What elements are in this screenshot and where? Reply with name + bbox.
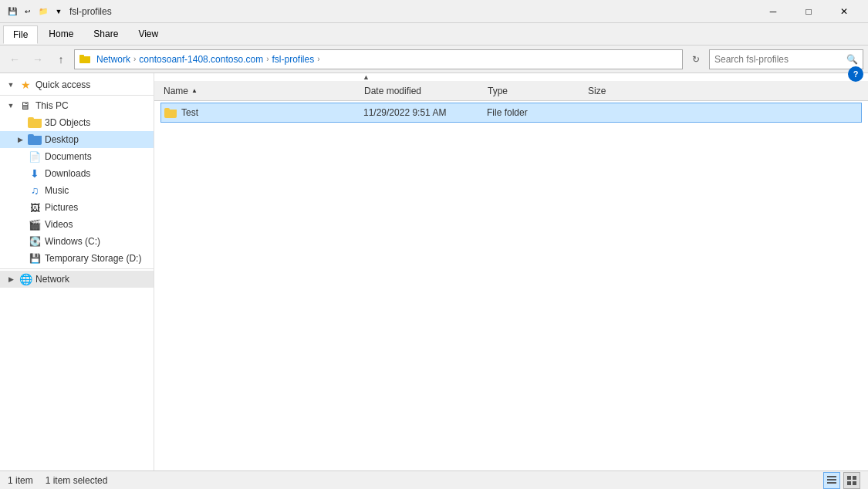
sidebar-item-documents[interactable]: 📄 Documents (0, 148, 154, 165)
file-date: 11/29/2022 9:51 AM (363, 107, 487, 118)
forward-button[interactable]: → (28, 49, 48, 69)
svg-rect-5 (847, 481, 851, 485)
network-icon: 🌐 (19, 272, 32, 286)
documents-label: Documents (45, 151, 92, 162)
videos-icon: 🎬 (28, 218, 42, 231)
this-pc-expand-icon: ▼ (6, 102, 15, 110)
name-sort-arrow: ▲ (191, 87, 198, 94)
breadcrumb-sep3: › (317, 55, 319, 63)
file-type: File folder (487, 107, 587, 118)
documents-icon: 📄 (28, 150, 42, 164)
sidebar-item-music[interactable]: ♫ Music (0, 182, 154, 199)
tab-home[interactable]: Home (39, 25, 83, 42)
file-folder-icon (163, 105, 178, 120)
folder-title-icon: 📁 (37, 5, 49, 18)
this-pc-icon: 🖥 (19, 99, 32, 113)
item-count: 1 item (8, 475, 33, 486)
breadcrumb-network[interactable]: Network (96, 54, 130, 65)
search-input[interactable] (714, 54, 843, 65)
quick-access-star-icon: ★ (19, 78, 32, 92)
downloads-icon: ⬇ (28, 167, 42, 180)
status-bar: 1 item 1 item selected (0, 470, 868, 489)
title-bar: 💾 ↩ 📁 ▼ fsl-profiles ─ □ ✕ (0, 0, 868, 23)
toolbar: ← → ↑ Network › contosoanf-1408.contoso.… (0, 46, 868, 73)
sidebar-item-network[interactable]: ▶ 🌐 Network (0, 271, 154, 288)
dropdown-arrow-icon[interactable]: ▼ (52, 5, 65, 18)
videos-label: Videos (45, 219, 73, 230)
search-box[interactable]: 🔍 (709, 49, 863, 69)
ribbon-tabs: File Home Share View (0, 23, 868, 45)
view-details-icon (827, 476, 836, 485)
view-large-icons-button[interactable] (843, 472, 860, 489)
ribbon: File Home Share View ? (0, 23, 868, 46)
sidebar-item-downloads[interactable]: ⬇ Downloads (0, 165, 154, 182)
sidebar: ▼ ★ Quick access ▼ 🖥 This PC 3D Objects … (0, 73, 154, 470)
3d-objects-label: 3D Objects (45, 117, 90, 128)
status-bar-right (823, 472, 860, 489)
up-button[interactable]: ↑ (51, 49, 71, 69)
svg-rect-2 (827, 482, 836, 484)
tab-share[interactable]: Share (84, 25, 127, 42)
file-name: Test (181, 107, 363, 118)
music-label: Music (45, 185, 69, 196)
maximize-button[interactable]: □ (791, 0, 826, 23)
search-icon[interactable]: 🔍 (846, 54, 858, 65)
sidebar-item-videos[interactable]: 🎬 Videos (0, 216, 154, 233)
table-row[interactable]: Test 11/29/2022 9:51 AM File folder (160, 103, 862, 123)
window-title: fsl-profiles (69, 6, 112, 17)
desktop-expand-icon: ▶ (15, 136, 25, 143)
breadcrumb-folder[interactable]: fsl-profiles (272, 54, 314, 65)
downloads-label: Downloads (45, 168, 90, 179)
minimize-button[interactable]: ─ (755, 0, 791, 23)
title-bar-left: 💾 ↩ 📁 ▼ fsl-profiles (6, 5, 112, 18)
status-bar-left: 1 item 1 item selected (8, 475, 107, 486)
sort-up-arrow: ▲ (363, 73, 370, 81)
sidebar-item-desktop[interactable]: ▶ Desktop (0, 131, 154, 148)
column-headers: Name ▲ Date modified Type Size (154, 81, 868, 101)
windows-c-icon: 💽 (28, 234, 42, 248)
column-header-date[interactable]: Date modified (361, 84, 485, 98)
quick-access-label: Quick access (35, 79, 90, 90)
sidebar-item-pictures[interactable]: 🖼 Pictures (0, 199, 154, 216)
svg-rect-3 (847, 476, 851, 480)
tab-view[interactable]: View (129, 25, 167, 42)
breadcrumb-server[interactable]: contosoanf-1408.contoso.com (139, 54, 263, 65)
svg-rect-1 (827, 479, 836, 481)
desktop-label: Desktop (45, 134, 79, 145)
address-bar[interactable]: Network › contosoanf-1408.contoso.com › … (74, 49, 683, 69)
sidebar-item-3d-objects[interactable]: 3D Objects (0, 114, 154, 131)
undo-icon: ↩ (22, 5, 34, 18)
close-button[interactable]: ✕ (826, 0, 862, 23)
separator-2 (0, 268, 154, 269)
music-icon: ♫ (28, 184, 42, 197)
view-large-icons-icon (847, 476, 856, 485)
separator-1 (0, 95, 154, 96)
svg-rect-4 (853, 476, 856, 480)
this-pc-label: This PC (35, 100, 69, 111)
temp-d-icon: 💾 (28, 251, 42, 265)
back-button[interactable]: ← (5, 49, 25, 69)
network-label: Network (35, 274, 69, 285)
column-header-size[interactable]: Size (585, 84, 647, 98)
3d-objects-icon (28, 116, 42, 130)
quick-access-expand-icon: ▼ (6, 81, 15, 89)
file-list: Test 11/29/2022 9:51 AM File folder (154, 101, 868, 470)
refresh-button[interactable]: ↻ (686, 49, 706, 69)
tab-file[interactable]: File (3, 25, 38, 44)
sidebar-item-temp-d[interactable]: 💾 Temporary Storage (D:) (0, 250, 154, 267)
sidebar-item-windows-c[interactable]: 💽 Windows (C:) (0, 233, 154, 250)
svg-rect-0 (827, 476, 836, 477)
sidebar-item-quick-access[interactable]: ▼ ★ Quick access (0, 76, 154, 93)
title-bar-controls: ─ □ ✕ (755, 0, 862, 23)
windows-c-label: Windows (C:) (45, 236, 100, 247)
sidebar-item-this-pc[interactable]: ▼ 🖥 This PC (0, 97, 154, 114)
breadcrumb-sep2: › (266, 55, 269, 63)
column-header-name[interactable]: Name ▲ (160, 84, 361, 98)
view-details-button[interactable] (823, 472, 840, 489)
sort-indicator-area: ▲ (154, 73, 868, 81)
main-layout: ▼ ★ Quick access ▼ 🖥 This PC 3D Objects … (0, 73, 868, 470)
column-header-type[interactable]: Type (485, 84, 585, 98)
title-bar-icons: 💾 ↩ 📁 ▼ (6, 5, 65, 18)
help-button[interactable]: ? (848, 66, 863, 82)
breadcrumb-sep1: › (133, 55, 136, 63)
